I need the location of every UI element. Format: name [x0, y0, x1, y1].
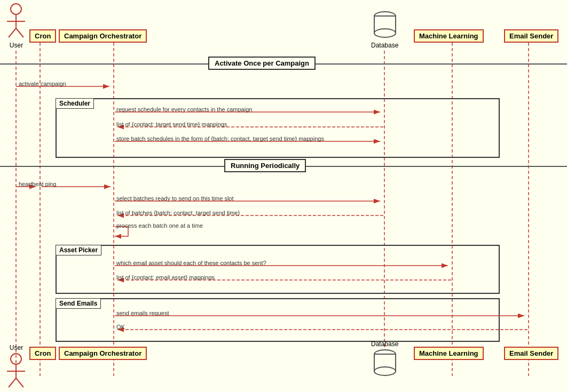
- actor-database-bottom: Database: [371, 340, 398, 380]
- svg-point-42: [374, 367, 396, 375]
- msg-heartbeat: heartbeat ping: [19, 181, 56, 187]
- msg-activate-campaign: activate campaign: [19, 81, 66, 87]
- actor-emailsender-top: Email Sender: [504, 29, 558, 43]
- actor-cron-top: Cron: [29, 29, 56, 43]
- msg-ok: OK: [116, 324, 125, 330]
- actor-database-top-label: Database: [371, 42, 398, 49]
- msg-send-emails-req: send emails request: [116, 310, 169, 316]
- actor-user-bottom-label: User: [4, 344, 28, 351]
- svg-line-39: [16, 378, 23, 387]
- actor-user-bottom: User: [4, 344, 28, 391]
- diagram-container: User Cron Campaign Orchestrator Database…: [0, 0, 567, 392]
- actor-database-bottom-label: Database: [371, 340, 398, 348]
- actor-orchestrator-top: Campaign Orchestrator: [59, 29, 147, 43]
- actor-ml-top: Machine Learning: [414, 29, 484, 43]
- actor-orchestrator-bottom-label: Campaign Orchestrator: [64, 349, 141, 357]
- section-activate-label: Activate Once per Campaign: [215, 59, 309, 67]
- msg-request-schedule: request schedule for every contacts in t…: [116, 106, 252, 113]
- frame-send-emails-label: Send Emails: [56, 299, 101, 309]
- actor-emailsender-bottom-label: Email Sender: [509, 349, 553, 357]
- actor-emailsender-top-label: Email Sender: [509, 32, 553, 40]
- msg-process-batch: process each batch one at a time: [116, 222, 203, 229]
- msg-store-batch: store batch schedules in the form of {ba…: [116, 135, 324, 142]
- actor-emailsender-bottom: Email Sender: [504, 347, 558, 360]
- svg-rect-12: [56, 299, 499, 341]
- svg-line-28: [9, 28, 16, 37]
- actor-user-top: User: [4, 3, 28, 49]
- msg-list-batches: list of batches {batch: contact, target …: [116, 210, 240, 216]
- svg-rect-11: [56, 245, 499, 293]
- actor-ml-top-label: Machine Learning: [419, 32, 478, 40]
- actor-orchestrator-bottom: Campaign Orchestrator: [59, 347, 147, 360]
- msg-which-asset: which email asset should each of these c…: [116, 260, 266, 266]
- svg-point-32: [374, 29, 396, 37]
- actor-orchestrator-top-label: Campaign Orchestrator: [64, 32, 141, 40]
- msg-list-mappings: list of {contact: target send time} mapp…: [116, 121, 227, 127]
- actor-database-top: Database: [371, 11, 398, 49]
- section-running-label: Running Periodically: [231, 162, 300, 170]
- actor-user-top-label: User: [4, 42, 28, 49]
- section-activate: Activate Once per Campaign: [208, 57, 316, 70]
- svg-line-29: [16, 28, 23, 37]
- svg-point-25: [11, 4, 21, 14]
- frame-scheduler-label: Scheduler: [56, 99, 94, 109]
- actor-cron-top-label: Cron: [35, 32, 51, 40]
- section-running: Running Periodically: [224, 159, 306, 172]
- msg-select-batches: select batches ready to send on this tim…: [116, 195, 234, 202]
- actor-ml-bottom-label: Machine Learning: [419, 349, 478, 357]
- msg-list-asset-mappings: list of {contact: email asset} mappings: [116, 274, 215, 281]
- svg-line-38: [9, 378, 16, 387]
- frame-asset-picker-label: Asset Picker: [56, 245, 101, 255]
- actor-cron-bottom: Cron: [29, 347, 56, 360]
- actor-ml-bottom: Machine Learning: [414, 347, 484, 360]
- svg-point-35: [11, 354, 21, 364]
- actor-cron-bottom-label: Cron: [35, 349, 51, 357]
